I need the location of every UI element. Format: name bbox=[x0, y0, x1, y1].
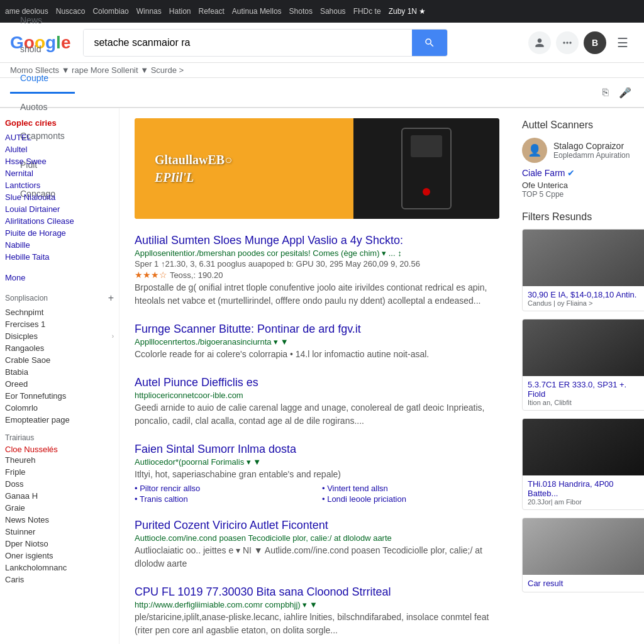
google-header: Google setache scanmaior ra B ☰ bbox=[0, 23, 644, 63]
sidebar-link-9[interactable]: Nabille bbox=[5, 239, 114, 251]
browser-tab-5[interactable]: Refeact bbox=[198, 7, 224, 16]
sidebar-trainer-item-0: Theureh bbox=[5, 454, 114, 466]
browser-tab-9[interactable]: FHDc te bbox=[353, 7, 381, 16]
search-button[interactable] bbox=[412, 30, 447, 56]
nav-tab-3[interactable]: Coupte bbox=[10, 64, 75, 94]
person-icon bbox=[533, 36, 546, 49]
search-input[interactable]: setache scanmaior ra bbox=[84, 30, 412, 56]
sidebar-subitem-4[interactable]: Crable Saoe bbox=[5, 354, 114, 366]
filter-card-title-2[interactable]: THi.018 Handrira, 4P00 Batteb... bbox=[528, 479, 644, 498]
nav-icons-right: ⎘ 🎤 bbox=[600, 84, 634, 101]
sidebar-subitem-0[interactable]: Sechnpimt bbox=[5, 306, 114, 318]
filter-card-0[interactable]: 30,90 E IA, $14-0,18,10 Antin.Candus | o… bbox=[522, 229, 644, 311]
panel-role-container: Ofe Unterica TOP 5 Cppe bbox=[522, 180, 644, 199]
result-url-1: Applllocenrtertos./bigoeranasinciurnta ▾… bbox=[135, 337, 499, 347]
sidebar-subitem-9[interactable]: Emopteatier page bbox=[5, 414, 114, 426]
sidebar-subsection: Sonplisacion + SechnpimtFrercises 1Disic… bbox=[5, 292, 114, 426]
right-panel: Auttel Scanners × 👤 Stalago Copraizor Eo… bbox=[514, 108, 644, 644]
sidebar-link-8[interactable]: Piuite de Horage bbox=[5, 227, 114, 239]
sidebar: Goplec ciries AUTELAlultelHsse SweeNerni… bbox=[0, 108, 119, 644]
profile-button[interactable]: B bbox=[584, 31, 606, 54]
apps-icon bbox=[561, 36, 574, 49]
browser-tab-8[interactable]: Sahous bbox=[320, 7, 346, 16]
browser-tab-7[interactable]: Shotos bbox=[289, 7, 313, 16]
sidebar-more[interactable]: Mone bbox=[5, 270, 114, 285]
sidebar-subitem-6[interactable]: Oreed bbox=[5, 378, 114, 390]
sidebar-trainer-item-6: Stuinner bbox=[5, 526, 114, 538]
sidebar-plus-icon[interactable]: + bbox=[108, 292, 114, 304]
result-title-0[interactable]: Autilial Sumten Sloes Munge Appl Vaslio … bbox=[135, 234, 403, 247]
apps-icon-button[interactable] bbox=[556, 31, 579, 54]
featured-image-text: GltaullawEB○EPIil'L bbox=[155, 151, 232, 186]
sidebar-link-5[interactable]: Slue Nialouita bbox=[5, 191, 114, 203]
mic-nav-button[interactable]: 🎤 bbox=[616, 84, 634, 101]
result-bullet-3-0[interactable]: • Piltor rencir allso bbox=[135, 484, 312, 493]
sidebar-chevron-icon-2: › bbox=[112, 333, 114, 340]
filter-card-3[interactable]: Car result bbox=[522, 518, 644, 592]
role-name: Ofe Unterica bbox=[522, 180, 644, 190]
result-url-0: Appllosenitentior./bmershan poodes cor p… bbox=[135, 248, 499, 258]
sidebar-subitem-label-3: Rangaoles bbox=[5, 343, 44, 353]
sidebar-subitem-2[interactable]: Disicples› bbox=[5, 330, 114, 342]
browser-tab-2[interactable]: Colombiao bbox=[92, 7, 128, 16]
browser-tab-10[interactable]: Zuby 1N ★ bbox=[389, 7, 426, 16]
sidebar-trainer-item-2: Doss bbox=[5, 478, 114, 490]
sidebar-trainer-item-7: Dper Niotso bbox=[5, 538, 114, 550]
result-title-2[interactable]: Autel Piunce Diefficlis es bbox=[135, 376, 258, 389]
filter-card-image-0 bbox=[523, 230, 644, 286]
sidebar-subsection-title-label: Sonplisacion bbox=[5, 294, 48, 303]
panel-brand: Ciale Farm ✔ bbox=[522, 168, 644, 178]
result-bullet-3-3[interactable]: • Londi leoole priciation bbox=[322, 494, 499, 504]
scanner-panel: Auttel Scanners × 👤 Stalago Copraizor Eo… bbox=[522, 118, 644, 199]
sidebar-link-4[interactable]: Lantctiors bbox=[5, 179, 114, 191]
result-bullet-3-2[interactable]: • Tranis caltion bbox=[135, 494, 312, 504]
sidebar-subitem-8[interactable]: Colomrlo bbox=[5, 402, 114, 414]
browser-tab-bar: const pd = JSON.parse(document.getElemen… bbox=[0, 0, 644, 23]
result-title-4[interactable]: Purited Cozent Viriciro Autlet Ficontent bbox=[135, 519, 328, 531]
profile-sub: Eopledamrn Apuiration bbox=[553, 151, 644, 160]
scanner-panel-title: Auttel Scanners bbox=[522, 119, 593, 131]
sidebar-link-6[interactable]: Louial Dirtainer bbox=[5, 203, 114, 215]
browser-tab-6[interactable]: Autinua Mellos bbox=[232, 7, 282, 16]
featured-image-result: GltaullawEB○EPIil'L bbox=[135, 118, 499, 219]
menu-button[interactable]: ☰ bbox=[611, 31, 634, 54]
nav-tab-2[interactable]: shold bbox=[10, 35, 75, 65]
filter-card-title-1[interactable]: 5.3.7C1 ER 333.0, SP31 +. Fiold bbox=[528, 380, 644, 399]
sidebar-link-1[interactable]: Alultel bbox=[5, 143, 114, 155]
sidebar-subitem-label-4: Crable Saoe bbox=[5, 355, 50, 365]
filter-card-2[interactable]: THi.018 Handrira, 4P00 Batteb...20.3Jor|… bbox=[522, 418, 644, 510]
account-icon-button[interactable] bbox=[528, 31, 551, 54]
filter-card-title-0[interactable]: 30,90 E IA, $14-0,18,10 Antin. bbox=[528, 290, 644, 299]
search-tools-bar: Momo Sllects ▼ rape More Sollenit ▼ Scur… bbox=[0, 63, 644, 78]
sidebar-trainers: Trairiaus Cloe Nusselés TheurehFripleDos… bbox=[5, 433, 114, 586]
sidebar-link-0[interactable]: AUTEL bbox=[5, 131, 114, 143]
browser-tab-3[interactable]: Winnas bbox=[136, 7, 162, 16]
sidebar-subitem-3[interactable]: Rangaoles bbox=[5, 342, 114, 354]
brand-name[interactable]: Ciale Farm bbox=[522, 168, 565, 178]
sidebar-link-10[interactable]: Hebille Taita bbox=[5, 251, 114, 263]
sidebar-subitem-1[interactable]: Frercises 1 bbox=[5, 318, 114, 330]
sidebar-link-3[interactable]: Nernital bbox=[5, 167, 114, 179]
profile-name: Stalago Copraizor bbox=[553, 141, 644, 151]
sidebar-link-7[interactable]: Alirlitations Cilease bbox=[5, 215, 114, 227]
filter-card-title-3[interactable]: Car result bbox=[528, 579, 644, 588]
browser-tab-4[interactable]: Hation bbox=[169, 7, 191, 16]
result-item-2: Autel Piunce Diefficlis eshttpliocericon… bbox=[135, 376, 499, 428]
filter-card-1[interactable]: 5.3.7C1 ER 333.0, SP31 +. FioldItion an,… bbox=[522, 319, 644, 411]
sidebar-link-2[interactable]: Hsse Swee bbox=[5, 155, 114, 167]
nav-tabs: 1 autsNewssholdCoupteAuotosCcapmontsPidi… bbox=[0, 78, 644, 108]
result-title-5[interactable]: CPU FL 1019 77.30030 Bita sana Cloonod S… bbox=[135, 586, 391, 598]
result-title-1[interactable]: Furnge Scanner Bitutte: Pontinar de ard … bbox=[135, 323, 361, 335]
sidebar-subitem-label-6: Oreed bbox=[5, 379, 28, 389]
nav-tab-1[interactable]: News bbox=[10, 6, 75, 36]
sidebar-trainer-item-5: News Notes bbox=[5, 514, 114, 526]
sidebar-subitem-5[interactable]: Btabia bbox=[5, 366, 114, 378]
result-item-5: CPU FL 1019 77.30030 Bita sana Cloonod S… bbox=[135, 586, 499, 637]
sidebar-subitem-7[interactable]: Eor Tonnefutings bbox=[5, 390, 114, 402]
result-bullets-3: • Piltor rencir allso• Vintert tend alls… bbox=[135, 484, 499, 504]
result-bullet-3-1[interactable]: • Vintert tend allsn bbox=[322, 484, 499, 493]
share-nav-button[interactable]: ⎘ bbox=[600, 84, 611, 101]
sidebar-subitem-label-1: Frercises 1 bbox=[5, 319, 45, 329]
result-title-3[interactable]: Faien Sintal Sumorr Inlma dosta bbox=[135, 443, 296, 455]
sidebar-trainer-featured[interactable]: Cloe Nusselés bbox=[5, 445, 114, 454]
